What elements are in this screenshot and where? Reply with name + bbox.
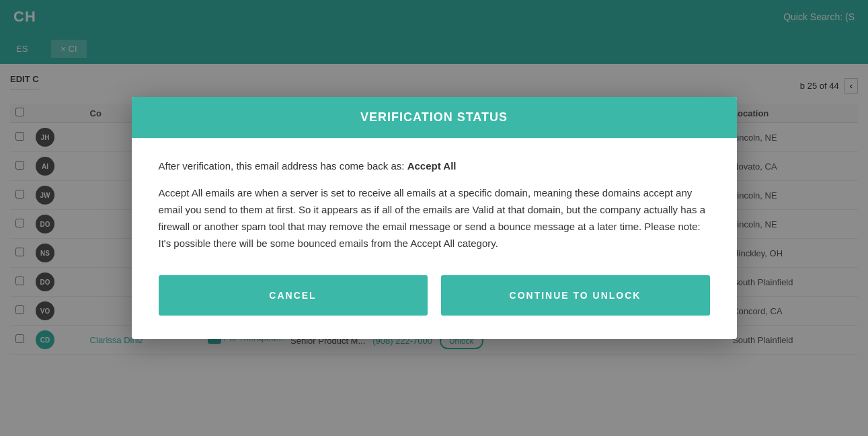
cancel-button[interactable]: CANCEL bbox=[159, 275, 428, 316]
modal-title: VERIFICATION STATUS bbox=[360, 110, 508, 124]
modal-body: After verification, this email address h… bbox=[132, 138, 737, 276]
modal-actions: CANCEL CONTINUE TO UNLOCK bbox=[132, 275, 737, 339]
continue-unlock-button[interactable]: CONTINUE TO UNLOCK bbox=[441, 275, 710, 316]
modal-para-1-bold: Accept All bbox=[407, 160, 457, 172]
verification-modal: VERIFICATION STATUS After verification, … bbox=[132, 97, 737, 340]
modal-para-1: After verification, this email address h… bbox=[159, 158, 710, 175]
modal-header: VERIFICATION STATUS bbox=[132, 97, 737, 138]
modal-para-2: Accept All emails are when a server is s… bbox=[159, 185, 710, 252]
modal-para-1-start: After verification, this email address h… bbox=[159, 160, 407, 172]
modal-overlay: VERIFICATION STATUS After verification, … bbox=[0, 0, 868, 436]
